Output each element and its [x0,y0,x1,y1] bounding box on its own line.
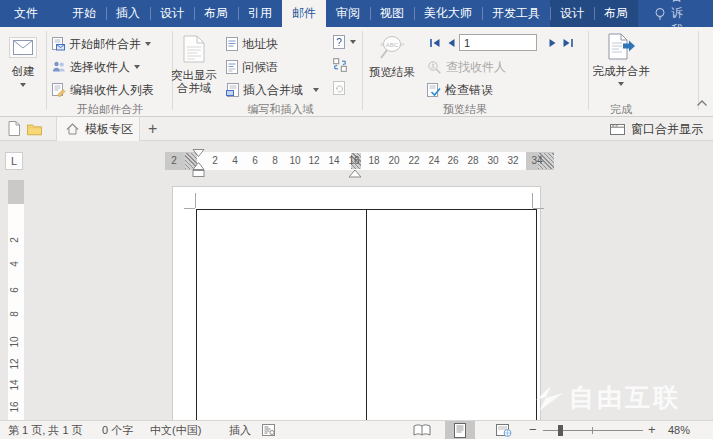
check-errors-button[interactable]: 检查错误 [427,81,493,99]
tab-file[interactable]: 文件 [0,0,52,27]
highlight-merge-fields-button[interactable]: 突出显示 合并域 [170,35,218,95]
address-block-button[interactable]: 地址块 [226,35,278,53]
preview-results-label: 预览结果 [369,66,415,79]
edit-recipient-list-button[interactable]: 编辑收件人列表 [52,81,154,99]
record-number-input[interactable] [459,34,537,51]
tab-beautify-master[interactable]: 美化大师 [414,0,482,27]
window-icon [610,124,625,135]
finish-merge-label: 完成并合并 [592,65,650,78]
previous-record-button[interactable] [443,35,458,50]
greeting-line-button[interactable]: 问候语 [226,58,278,76]
zoom-level[interactable]: 48% [668,421,690,439]
indent-markers[interactable] [191,149,206,178]
ruler-tick-label: 14 [326,155,342,166]
find-recipient-icon [427,60,442,74]
ruler-tick-label: 10 [9,334,23,350]
envelope-icon [9,37,37,58]
insert-merge-field-button[interactable]: 插入合并域 [226,81,319,99]
collapse-ribbon-button[interactable] [696,99,708,107]
chevron-up-icon [696,99,708,107]
chevron-down-icon [313,88,319,92]
update-labels-button[interactable] [332,80,347,95]
ruler-margin-label: 34 [527,155,547,166]
find-recipient-button[interactable]: 查找收件人 [427,58,506,76]
language-indicator[interactable]: 中文(中国) [150,421,201,439]
horizontal-ruler[interactable]: 2 2 4 6 8 10 12 14 16 18 20 22 24 26 28 … [165,152,554,170]
sign-in-button[interactable]: 登录 [709,0,713,31]
window-merge-label: 窗口合并显示 [631,121,703,138]
preview-results-button[interactable]: «»ABC 预览结果 [366,35,418,79]
zoom-slider-notch [592,427,593,434]
ruler-tick-label: 22 [406,155,422,166]
select-recipients-button[interactable]: 选择收件人 [52,58,140,76]
ruler-tick-label: 20 [386,155,402,166]
ruler-tick-label: 16 [9,399,23,415]
macro-record-icon[interactable] [262,424,275,439]
watermark: 自由互联 [534,381,681,414]
tab-review[interactable]: 审阅 [326,0,370,27]
check-errors-icon [427,83,441,97]
tab-design[interactable]: 设计 [150,0,194,27]
document-page[interactable] [173,187,540,420]
zoom-slider-thumb[interactable] [558,425,563,436]
check-errors-label: 检查错误 [445,83,493,97]
insert-merge-field-label: 插入合并域 [243,83,303,97]
table-border-left [196,209,197,420]
word-count[interactable]: 0 个字 [102,421,133,439]
print-layout-button[interactable] [445,421,475,439]
chevron-down-icon [134,65,140,69]
document-tab-active[interactable]: 模板专区 [56,117,140,141]
rules-button[interactable]: ? [332,34,347,49]
tab-insert[interactable]: 插入 [106,0,150,27]
group-divider [362,31,363,110]
chevron-down-icon[interactable] [350,40,356,44]
insert-mode-indicator[interactable]: 插入 [229,421,251,439]
zoom-out-button[interactable]: − [529,421,537,439]
tab-table-design[interactable]: 设计 [550,0,594,27]
ruler-tick-label: 8 [9,306,23,322]
tab-layout[interactable]: 布局 [194,0,238,27]
crop-mark [532,193,533,208]
preview-results-icon: «»ABC [377,35,407,60]
start-mail-merge-icon [52,37,65,51]
window-merge-toggle[interactable]: 窗口合并显示 [610,117,703,141]
tab-stop-selector[interactable]: L [5,152,23,170]
tab-view[interactable]: 视图 [370,0,414,27]
tab-references[interactable]: 引用 [238,0,282,27]
column-marker[interactable] [348,169,362,178]
tab-home[interactable]: 开始 [62,0,106,27]
new-tab-button[interactable]: + [144,117,161,141]
new-document-button[interactable] [6,121,21,136]
group-label-preview-results: 预览结果 [415,102,515,117]
create-button[interactable]: 创建 [4,37,42,87]
watermark-text: 自由互联 [569,381,681,414]
first-record-button[interactable] [427,35,442,50]
page-indicator[interactable]: 第 1 页, 共 1 页 [8,421,83,439]
zoom-in-button[interactable]: + [648,421,656,439]
ruler-tick-label: 12 [306,155,322,166]
read-mode-button[interactable] [413,424,431,439]
tab-mailings-active[interactable]: 邮件 [282,0,326,27]
group-divider [588,31,589,110]
start-mail-merge-button[interactable]: 开始邮件合并 [52,35,151,53]
chevron-down-icon [145,42,151,46]
vertical-ruler[interactable]: 2 4 6 8 10 12 14 16 [8,180,24,420]
tab-developer[interactable]: 开发工具 [482,0,550,27]
ruler-tick-label: 2 [207,155,223,166]
group-label-finish: 完成 [592,102,650,117]
tab-table-layout[interactable]: 布局 [594,0,638,27]
open-folder-button[interactable] [27,122,42,137]
match-fields-button[interactable] [332,57,347,72]
insert-merge-field-icon [226,83,239,97]
highlight-merge-fields-label-1: 突出显示 [171,69,217,82]
ruler-tick-label: 28 [465,155,481,166]
address-block-icon [226,37,238,51]
finish-merge-button[interactable]: 完成并合并 [592,33,650,86]
ruler-tick-label: 6 [9,282,23,298]
new-document-icon [8,121,20,136]
group-label-write-insert: 编写和插入域 [208,102,353,117]
last-record-button[interactable] [560,35,575,50]
next-record-button[interactable] [545,35,560,50]
document-workspace: L 2 2 4 6 8 10 12 14 16 18 20 22 24 26 2… [0,141,713,420]
web-layout-button[interactable] [496,424,512,439]
